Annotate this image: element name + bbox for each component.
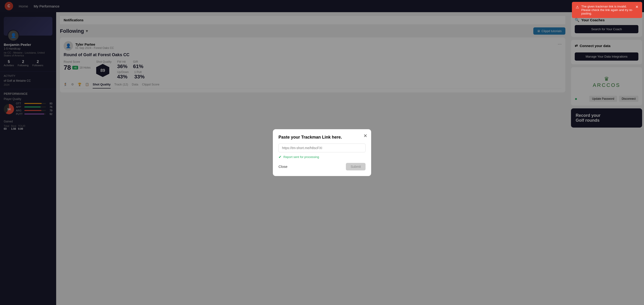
modal-close-button[interactable]: Close <box>278 164 287 168</box>
modal-success-message: ✔ Report sent for processing <box>278 155 366 159</box>
modal-overlay[interactable]: Paste your Trackman Link here. ✕ ✔ Repor… <box>0 0 644 305</box>
toast-icon: ⚠ <box>576 5 579 9</box>
modal-close-x-button[interactable]: ✕ <box>364 133 368 138</box>
modal-actions: Close Submit <box>278 163 366 170</box>
toast-notification: ⚠ The given trackman link is invalid. Pl… <box>572 2 642 18</box>
modal-title: Paste your Trackman Link here. <box>278 135 366 140</box>
trackman-modal: Paste your Trackman Link here. ✕ ✔ Repor… <box>273 129 371 176</box>
toast-message: The given trackman link is invalid. Plea… <box>581 5 633 15</box>
modal-submit-button[interactable]: Submit <box>346 163 366 170</box>
success-check-icon: ✔ <box>278 155 282 159</box>
success-text: Report sent for processing <box>284 155 319 159</box>
toast-close-button[interactable]: ✕ <box>635 5 638 9</box>
trackman-link-input[interactable] <box>278 144 366 152</box>
